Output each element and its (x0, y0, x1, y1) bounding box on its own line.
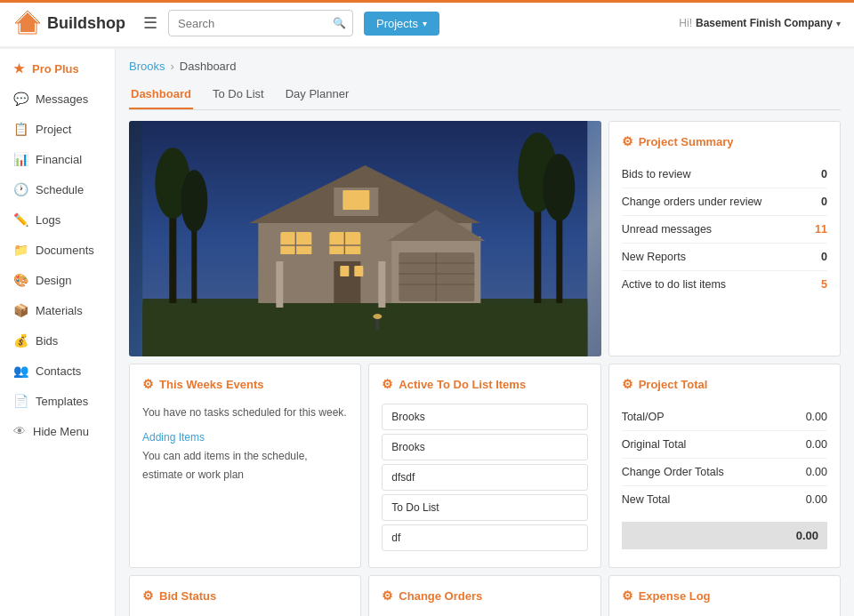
summary-label: Change orders under review (622, 196, 762, 208)
breadcrumb: Brooks › Dashboard (129, 60, 841, 73)
sidebar-item-contacts[interactable]: 👥 Contacts (0, 356, 115, 386)
list-item[interactable]: df (382, 524, 587, 551)
total-value: 0.00 (806, 493, 827, 506)
sidebar-label-pro-plus: Pro Plus (32, 62, 79, 76)
company-dropdown-icon[interactable]: ▾ (836, 19, 841, 28)
svg-marker-0 (17, 12, 38, 32)
accent-bar (0, 0, 854, 3)
project-summary-title: ⚙ Project Summary (622, 134, 827, 148)
svg-rect-38 (378, 259, 385, 308)
sidebar-icon-hide-menu: 👁 (13, 424, 26, 438)
sidebar-item-messages[interactable]: 💬 Messages (0, 84, 115, 114)
this-week-title: ⚙ This Weeks Events (142, 377, 348, 391)
sidebar-item-logs[interactable]: ✏️ Logs (0, 204, 115, 235)
summary-icon: ⚙ (622, 134, 633, 148)
co-icon: ⚙ (382, 588, 393, 603)
summary-label: Bids to review (622, 168, 691, 180)
sidebar-icon-contacts: 👥 (13, 364, 28, 378)
project-summary-panel: ⚙ Project Summary Bids to review 0 Chang… (608, 121, 841, 356)
list-item[interactable]: Brooks (382, 434, 587, 460)
list-item[interactable]: To Do List (382, 494, 587, 521)
svg-rect-26 (340, 266, 349, 276)
svg-rect-24 (342, 190, 369, 210)
svg-rect-27 (354, 266, 363, 276)
co-title-text: Change Orders (399, 589, 482, 603)
sidebar-icon-documents: 📁 (13, 243, 28, 257)
sidebar-icon-schedule: 🕐 (13, 182, 28, 196)
tabs: DashboardTo Do ListDay Planner (129, 82, 841, 110)
sidebar-item-financial[interactable]: 📊 Financial (0, 144, 115, 174)
summary-value: 0 (821, 251, 827, 263)
week-line1: You have no tasks scheduled for this wee… (142, 404, 348, 423)
list-item[interactable]: dfsdf (382, 464, 587, 491)
bid-icon: ⚙ (142, 588, 154, 603)
total-label: Change Order Totals (622, 466, 724, 478)
summary-row: Unread messages 11 (622, 216, 827, 244)
total-label: New Total (622, 493, 671, 506)
summary-title-text: Project Summary (639, 135, 734, 148)
tab-planner[interactable]: Day Planner (284, 82, 351, 109)
sidebar-icon-bids: 💰 (13, 333, 28, 348)
sidebar-icon-messages: 💬 (13, 92, 28, 106)
expense-title-text: Expense Log (639, 589, 711, 603)
hamburger-icon[interactable]: ☰ (143, 13, 157, 33)
summary-label: Unread messages (622, 223, 712, 236)
brand-name: Buildshop (47, 14, 125, 33)
todo-list: BrooksBrooksdfsdfTo Do Listdf (382, 404, 587, 551)
sidebar-item-hide-menu[interactable]: 👁 Hide Menu (0, 416, 115, 446)
top-nav-right: Hi! Basement Finish Company ▾ (679, 17, 841, 29)
svg-point-11 (543, 154, 575, 221)
adding-items-link[interactable]: Adding Items (142, 431, 205, 444)
summary-row: Active to do list items 5 (622, 271, 827, 298)
svg-rect-39 (271, 254, 390, 261)
sidebar-item-bids[interactable]: 💰 Bids (0, 325, 115, 356)
sidebar-item-schedule[interactable]: 🕐 Schedule (0, 174, 115, 204)
sidebar-icon-logs: ✏️ (13, 212, 28, 227)
sidebar-icon-project: 📋 (13, 122, 28, 136)
tab-todo[interactable]: To Do List (211, 82, 266, 109)
sidebar-item-templates[interactable]: 📄 Templates (0, 386, 115, 416)
change-orders-panel: ⚙ Change Orders (368, 575, 600, 616)
project-total-panel: ⚙ Project Total Total/OP 0.00 Original T… (608, 364, 841, 568)
search-input[interactable] (168, 10, 353, 36)
tab-dashboard[interactable]: Dashboard (129, 82, 193, 109)
summary-row: New Reports 0 (622, 244, 827, 271)
breadcrumb-parent[interactable]: Brooks (129, 60, 165, 73)
brand: Buildshop (13, 9, 125, 37)
search-wrap: 🔍 (168, 10, 353, 36)
sidebar-label-templates: Templates (36, 395, 88, 408)
change-orders-title: ⚙ Change Orders (382, 588, 587, 603)
sidebar-label-bids: Bids (36, 334, 58, 348)
svg-point-7 (181, 170, 207, 232)
bottom-panels: ⚙ Bid Status ⚙ Change Orders ⚙ Expense L… (129, 575, 841, 616)
sidebar-label-documents: Documents (36, 244, 94, 257)
week-icon: ⚙ (142, 377, 154, 391)
sidebar-label-contacts: Contacts (36, 364, 81, 378)
sidebar-icon-design: 🎨 (13, 273, 28, 287)
sidebar-item-pro-plus[interactable]: ★ Pro Plus (0, 53, 115, 84)
sidebar-item-project[interactable]: 📋 Project (0, 114, 115, 144)
bid-status-panel: ⚙ Bid Status (129, 575, 361, 616)
sidebar-label-materials: Materials (36, 304, 83, 317)
sidebar-item-documents[interactable]: 📁 Documents (0, 235, 115, 265)
brand-logo (13, 9, 42, 37)
list-item[interactable]: Brooks (382, 404, 587, 430)
sidebar-label-financial: Financial (36, 153, 82, 166)
sidebar-item-materials[interactable]: 📦 Materials (0, 295, 115, 325)
projects-button[interactable]: Projects ▾ (364, 12, 439, 36)
todo-icon: ⚙ (382, 377, 393, 391)
sidebar-icon-templates: 📄 (13, 394, 28, 408)
week-line2: You can add items in the schedule, estim… (142, 447, 348, 485)
svg-point-36 (373, 314, 382, 319)
summary-rows: Bids to review 0 Change orders under rev… (622, 161, 827, 298)
summary-row: Change orders under review 0 (622, 188, 827, 216)
sidebar-icon-financial: 📊 (13, 152, 28, 166)
summary-value: 0 (821, 196, 827, 208)
total-icon: ⚙ (622, 377, 633, 391)
total-title-text: Project Total (639, 378, 708, 391)
grand-total-box: 0.00 (622, 522, 827, 549)
total-rows: Total/OP 0.00 Original Total 0.00 Change… (622, 404, 827, 513)
breadcrumb-separator: › (170, 60, 173, 73)
sidebar-item-design[interactable]: 🎨 Design (0, 265, 115, 295)
sidebar-label-messages: Messages (36, 92, 88, 106)
